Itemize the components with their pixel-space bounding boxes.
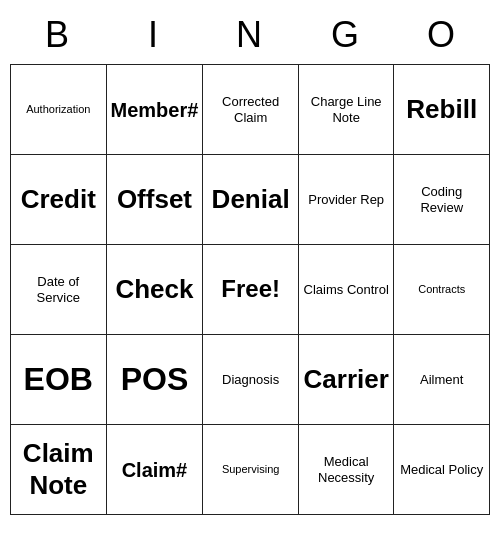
bingo-cell-1-0: Credit: [11, 155, 107, 245]
header-letter-N: N: [202, 10, 298, 60]
cell-text-0-2: Corrected Claim: [207, 94, 294, 125]
bingo-cell-1-3: Provider Rep: [299, 155, 395, 245]
bingo-cell-3-0: EOB: [11, 335, 107, 425]
bingo-cell-2-1: Check: [107, 245, 204, 335]
bingo-cell-3-4: Ailment: [394, 335, 490, 425]
cell-text-4-3: Medical Necessity: [303, 454, 390, 485]
bingo-cell-3-2: Diagnosis: [203, 335, 299, 425]
cell-text-1-0: Credit: [21, 184, 96, 215]
cell-text-1-1: Offset: [117, 184, 192, 215]
cell-text-1-2: Denial: [212, 184, 290, 215]
cell-text-2-0: Date of Service: [15, 274, 102, 305]
bingo-cell-1-4: Coding Review: [394, 155, 490, 245]
cell-text-3-4: Ailment: [420, 372, 463, 388]
bingo-header: BINGO: [10, 10, 490, 60]
bingo-cell-3-3: Carrier: [299, 335, 395, 425]
cell-text-4-1: Claim#: [122, 458, 188, 482]
bingo-cell-2-2: Free!: [203, 245, 299, 335]
bingo-card: BINGO AuthorizationMember#Corrected Clai…: [10, 10, 490, 515]
bingo-cell-2-3: Claims Control: [299, 245, 395, 335]
cell-text-1-3: Provider Rep: [308, 192, 384, 208]
bingo-cell-1-2: Denial: [203, 155, 299, 245]
cell-text-4-2: Supervising: [222, 463, 279, 476]
header-letter-I: I: [106, 10, 202, 60]
bingo-grid: AuthorizationMember#Corrected ClaimCharg…: [10, 64, 490, 515]
cell-text-3-0: EOB: [24, 360, 93, 398]
bingo-cell-4-0: Claim Note: [11, 425, 107, 515]
header-letter-G: G: [298, 10, 394, 60]
bingo-cell-0-3: Charge Line Note: [299, 65, 395, 155]
bingo-cell-0-2: Corrected Claim: [203, 65, 299, 155]
cell-text-1-4: Coding Review: [398, 184, 485, 215]
bingo-cell-0-1: Member#: [107, 65, 204, 155]
cell-text-2-3: Claims Control: [304, 282, 389, 298]
header-letter-O: O: [394, 10, 490, 60]
cell-text-2-1: Check: [115, 274, 193, 305]
cell-text-2-4: Contracts: [418, 283, 465, 296]
cell-text-3-3: Carrier: [304, 364, 389, 395]
cell-text-4-0: Claim Note: [15, 438, 102, 500]
bingo-cell-4-4: Medical Policy: [394, 425, 490, 515]
bingo-cell-4-3: Medical Necessity: [299, 425, 395, 515]
cell-text-0-0: Authorization: [26, 103, 90, 116]
cell-text-3-1: POS: [121, 360, 189, 398]
bingo-cell-2-4: Contracts: [394, 245, 490, 335]
cell-text-3-2: Diagnosis: [222, 372, 279, 388]
cell-text-4-4: Medical Policy: [400, 462, 483, 478]
cell-text-2-2: Free!: [221, 275, 280, 304]
bingo-cell-2-0: Date of Service: [11, 245, 107, 335]
cell-text-0-3: Charge Line Note: [303, 94, 390, 125]
header-letter-B: B: [10, 10, 106, 60]
bingo-cell-3-1: POS: [107, 335, 204, 425]
cell-text-0-4: Rebill: [406, 94, 477, 125]
bingo-cell-4-2: Supervising: [203, 425, 299, 515]
bingo-cell-1-1: Offset: [107, 155, 204, 245]
bingo-cell-4-1: Claim#: [107, 425, 204, 515]
bingo-cell-0-0: Authorization: [11, 65, 107, 155]
bingo-cell-0-4: Rebill: [394, 65, 490, 155]
cell-text-0-1: Member#: [111, 98, 199, 122]
